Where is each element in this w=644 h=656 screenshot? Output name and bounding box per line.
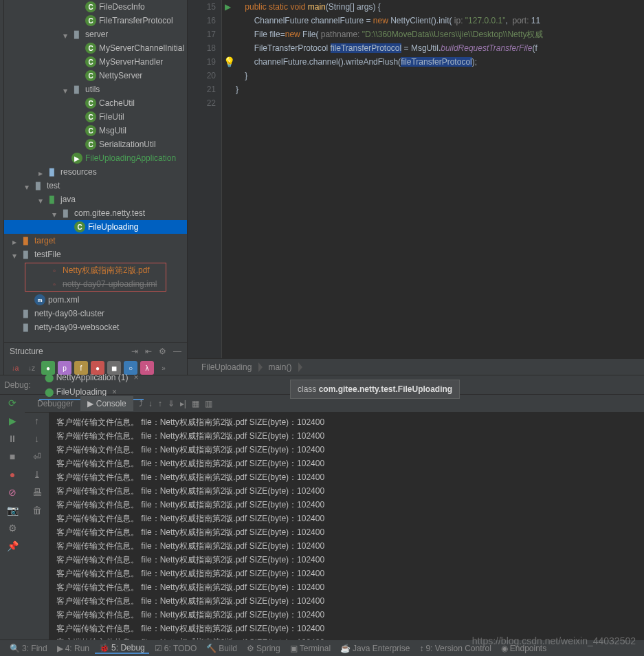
structure-collapse-icon[interactable]: ⇤ bbox=[145, 347, 152, 356]
chevron-icon[interactable] bbox=[12, 237, 19, 244]
tree-item-MyServerChannelInitial[interactable]: CMyServerChannelInitial bbox=[4, 41, 187, 55]
chevron-icon[interactable] bbox=[63, 31, 70, 38]
console-output[interactable]: 客户端传输文件信息。 file：Netty权威指南第2版.pdf SIZE(by… bbox=[49, 413, 644, 652]
tree-label: FileUploading bbox=[88, 222, 138, 232]
tree-label: FileDescInfo bbox=[99, 2, 145, 12]
project-tree[interactable]: CFileDescInfoCFileTransferProtocol▉serve… bbox=[4, 0, 188, 375]
editor[interactable]: 15▶16171819202122 💡 public static void m… bbox=[188, 0, 644, 375]
line-gutter[interactable]: 15▶16171819202122 bbox=[188, 0, 222, 358]
breadcrumb-class[interactable]: FileUploading bbox=[195, 360, 258, 375]
folder-test-icon: ▉ bbox=[47, 194, 58, 205]
structure-header: Structure ⇥ ⇤ ⚙ — bbox=[4, 342, 187, 359]
tree-label: MsgUtil bbox=[99, 126, 126, 135]
up-icon[interactable]: ↑ bbox=[34, 415, 39, 426]
folder-icon: ▉ bbox=[21, 322, 32, 333]
tree-item-FileUploadingApplication[interactable]: ▶FileUploadingApplication bbox=[4, 151, 187, 165]
tree-item-server[interactable]: ▉server bbox=[4, 28, 187, 41]
tree-item-nettyday08cluster[interactable]: ▉netty-day08-cluster bbox=[4, 307, 187, 320]
bottombar-JavaEnterprise[interactable]: ☕Java Enterprise bbox=[336, 644, 414, 653]
debug-tab-NettyApplication[interactable]: ⬤NettyApplication (1)× bbox=[39, 370, 144, 385]
tree-item-Netty2pdf[interactable]: ▫Netty权威指南第2版.pdf bbox=[25, 263, 166, 277]
structure-expand-icon[interactable]: ⇥ bbox=[131, 347, 138, 356]
tree-item-nettyday07uploadingiml[interactable]: ▫netty-day07-uploading.iml bbox=[25, 277, 166, 291]
print-icon[interactable]: 🖶 bbox=[32, 487, 42, 498]
tree-label: utils bbox=[85, 85, 100, 94]
chevron-icon[interactable] bbox=[25, 182, 32, 189]
subtab-Debugger[interactable]: Debugger bbox=[30, 396, 80, 411]
bottombar-Debug[interactable]: 🐞5: Debug bbox=[95, 643, 149, 654]
class-icon: C bbox=[85, 15, 96, 26]
run-config-icon: ⬤ bbox=[45, 373, 54, 382]
more-icon[interactable]: » bbox=[157, 361, 170, 375]
sort-z-icon[interactable]: ↓z bbox=[25, 361, 38, 375]
close-icon[interactable]: × bbox=[133, 373, 138, 382]
tree-item-SerializationUtil[interactable]: CSerializationUtil bbox=[4, 138, 187, 151]
bottombar-Build[interactable]: 🔨Build bbox=[202, 644, 241, 653]
tree-item-FileUtil[interactable]: CFileUtil bbox=[4, 110, 187, 124]
pdf-icon: ▫ bbox=[49, 265, 60, 276]
bb-icon: ▣ bbox=[290, 644, 298, 653]
tree-item-target[interactable]: ▉target bbox=[4, 234, 187, 248]
chevron-icon[interactable] bbox=[38, 196, 45, 203]
tree-item-FileDescInfo[interactable]: CFileDescInfo bbox=[4, 0, 187, 14]
tree-label: netty-day07-uploading.iml bbox=[63, 279, 157, 289]
tree-item-utils[interactable]: ▉utils bbox=[4, 83, 187, 96]
tree-item-java[interactable]: ▉java bbox=[4, 193, 187, 206]
layout2-icon[interactable]: ▥ bbox=[205, 399, 212, 408]
tree-item-FileTransferProtocol[interactable]: CFileTransferProtocol bbox=[4, 14, 187, 28]
tree-label: NettyServer bbox=[99, 71, 142, 80]
code-body[interactable]: public static void main(String[] args) {… bbox=[222, 0, 543, 358]
subtab-Console[interactable]: ▶ Console bbox=[80, 396, 133, 411]
tree-item-MyServerHandler[interactable]: CMyServerHandler bbox=[4, 55, 187, 69]
tree-item-testFile[interactable]: ▉testFile bbox=[4, 248, 187, 261]
bottombar-Terminal[interactable]: ▣Terminal bbox=[286, 644, 335, 653]
tree-label: FileUtil bbox=[99, 112, 124, 122]
pause-icon[interactable]: ⏸ bbox=[8, 433, 17, 444]
step-out-icon[interactable]: ↑ bbox=[158, 399, 162, 408]
folder-tgt-icon: ▉ bbox=[21, 235, 32, 246]
breadcrumb-bar[interactable]: FileUploading main() bbox=[188, 358, 644, 375]
tree-item-pomxml[interactable]: mpom.xml bbox=[4, 293, 187, 307]
xml-icon: ▫ bbox=[49, 278, 60, 289]
step-into-icon[interactable]: ↓ bbox=[148, 399, 153, 408]
settings-icon[interactable]: ⚙ bbox=[8, 523, 17, 534]
run-cursor-icon[interactable]: ▸| bbox=[180, 399, 186, 408]
tree-item-comgiteenettytest[interactable]: ▉com.gitee.netty.test bbox=[4, 206, 187, 220]
tree-item-FileUploading[interactable]: CFileUploading bbox=[4, 220, 187, 234]
wrap-icon[interactable]: ⏎ bbox=[33, 451, 41, 462]
chevron-icon[interactable] bbox=[12, 251, 19, 258]
run-gutter-icon[interactable]: ▶ bbox=[225, 0, 231, 14]
minimize-icon[interactable]: — bbox=[173, 347, 181, 356]
breadcrumb-method[interactable]: main() bbox=[261, 360, 298, 375]
scroll-end-icon[interactable]: ⤓ bbox=[33, 469, 41, 480]
intention-bulb-icon[interactable]: 💡 bbox=[223, 55, 235, 69]
layout-icon[interactable]: ▦ bbox=[192, 399, 199, 408]
step-over-icon[interactable]: ⤴ bbox=[139, 399, 143, 408]
down-icon[interactable]: ↓ bbox=[34, 433, 39, 444]
tree-item-nettyday09websocket[interactable]: ▉netty-day09-websocket bbox=[4, 320, 187, 334]
chevron-icon[interactable] bbox=[38, 168, 45, 175]
bottombar-Run[interactable]: ▶4: Run bbox=[53, 644, 93, 653]
tree-item-resources[interactable]: ▉resources bbox=[4, 165, 187, 179]
tree-item-MsgUtil[interactable]: CMsgUtil bbox=[4, 124, 187, 138]
tree-item-CacheUtil[interactable]: CCacheUtil bbox=[4, 96, 187, 110]
chevron-icon[interactable] bbox=[52, 210, 59, 217]
tree-item-NettyServer[interactable]: CNettyServer bbox=[4, 69, 187, 83]
step-force-icon[interactable]: ⇓ bbox=[168, 399, 175, 408]
rerun-icon[interactable]: ⟳ bbox=[8, 397, 16, 408]
camera-icon[interactable]: 📷 bbox=[7, 505, 19, 516]
bottombar-Find[interactable]: 🔍3: Find bbox=[5, 644, 52, 653]
tree-item-test[interactable]: ▉test bbox=[4, 179, 187, 193]
clear-icon[interactable]: 🗑 bbox=[32, 505, 42, 516]
resume-icon[interactable]: ▶ bbox=[9, 415, 16, 426]
stop-icon[interactable]: ■ bbox=[10, 451, 15, 462]
breakpoints-icon[interactable]: ● bbox=[10, 469, 15, 480]
bottombar-Spring[interactable]: ⚙Spring bbox=[243, 644, 285, 653]
gear-icon[interactable]: ⚙ bbox=[159, 347, 166, 356]
mute-bp-icon[interactable]: ⊘ bbox=[8, 487, 16, 498]
class-icon: C bbox=[85, 43, 96, 54]
chevron-icon[interactable] bbox=[63, 86, 70, 93]
bottombar-TODO[interactable]: ☑6: TODO bbox=[151, 644, 201, 653]
pin-icon[interactable]: 📌 bbox=[7, 540, 19, 551]
sort-alpha-icon[interactable]: ↓a bbox=[8, 361, 22, 375]
